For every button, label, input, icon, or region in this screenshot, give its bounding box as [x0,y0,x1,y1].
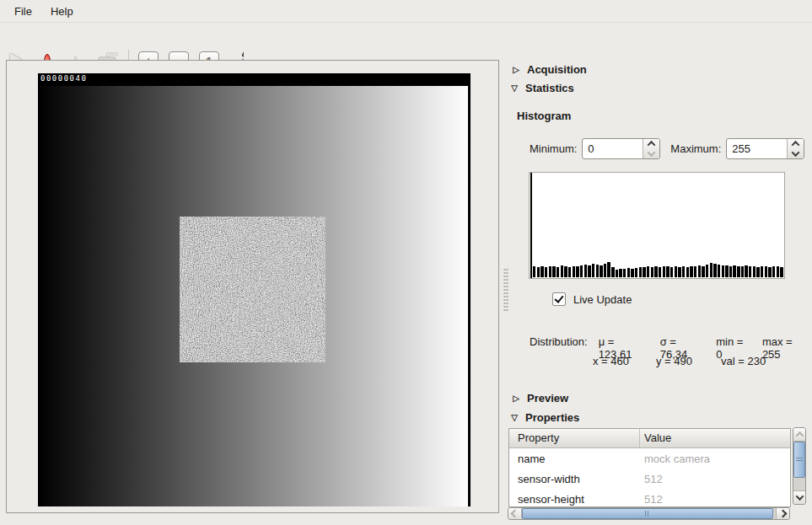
minimum-spin-down-button[interactable] [643,149,659,159]
toolbar: + − 1 [0,23,812,56]
histogram-zero-bin-spike [530,173,532,278]
expander-properties[interactable]: ▽ Properties [509,411,579,424]
camera-image[interactable]: 00000040 [38,73,471,506]
chevron-right-icon [779,510,788,518]
chevron-down-icon [792,148,800,157]
minimum-spin-up-button[interactable] [643,139,659,149]
properties-table-header: Property Value [509,429,790,448]
live-update-label: Live Update [573,293,632,306]
column-header-property[interactable]: Property [509,429,640,447]
live-update-row: Live Update [552,292,632,306]
expander-preview[interactable]: ▷ Preview [511,392,568,404]
minimum-spinbox[interactable] [582,138,660,159]
menu-help[interactable]: Help [41,2,83,21]
maximum-label: Maximum: [670,142,721,155]
chevron-left-icon [511,510,519,518]
minmax-row: Minimum: Maximum: [530,138,804,159]
expander-properties-label: Properties [525,411,579,424]
properties-vertical-scrollbar[interactable] [793,427,806,505]
expander-statistics-label: Statistics [525,82,574,94]
grip-icon [645,511,650,517]
histogram-title: Histogram [517,110,571,122]
minimum-input[interactable] [583,139,643,158]
chevron-right-icon: ▷ [511,65,521,74]
table-row[interactable]: sensor-height 512 [509,489,790,507]
cursor-x-value: x = 460 [593,355,629,367]
horizontal-scroll-thumb[interactable] [522,508,773,519]
cursor-pixel-value: val = 230 [721,355,766,367]
chevron-down-icon: ▽ [509,413,519,422]
chevron-down-icon [648,148,656,157]
maximum-input[interactable] [727,139,787,158]
minimum-label: Minimum: [530,142,577,155]
maximum-spin-down-button[interactable] [788,149,804,159]
table-row[interactable]: sensor-width 512 [509,469,790,489]
noise-pattern [180,217,325,362]
chevron-down-icon: ▽ [509,83,519,93]
maximum-spin-up-button[interactable] [788,139,804,149]
properties-table: Property Value name mock camera sensor-w… [508,428,791,507]
menu-file[interactable]: File [5,2,41,21]
paned-handle[interactable] [503,268,508,312]
column-header-value[interactable]: Value [640,429,671,447]
histogram-chart [529,172,785,279]
distribution-label: Distribution: [530,335,588,361]
expander-statistics[interactable]: ▽ Statistics [509,82,574,94]
checkmark-icon [554,293,563,303]
table-row[interactable]: name mock camera [509,448,790,469]
scroll-down-button[interactable] [793,490,805,504]
scroll-right-button[interactable] [776,508,789,519]
chevron-right-icon: ▷ [511,394,521,403]
expander-acquisition[interactable]: ▷ Acquisition [511,63,587,76]
frame-counter: 00000040 [38,73,471,86]
vertical-scroll-thumb[interactable] [793,442,805,478]
scroll-left-button[interactable] [508,508,522,519]
histogram-bars [533,262,783,277]
image-right-edge [468,73,471,506]
property-value-cell: mock camera [640,453,710,469]
chevron-up-icon [795,431,804,440]
property-name-cell: sensor-width [509,473,640,489]
menubar: File Help [0,0,812,23]
scroll-up-button[interactable] [793,428,805,442]
distribution-max: max = 255 [762,335,812,361]
chevron-down-icon [795,492,804,501]
expander-acquisition-label: Acquisition [527,63,587,76]
live-update-checkbox[interactable] [552,292,566,306]
expander-preview-label: Preview [527,392,568,404]
property-name-cell: sensor-height [509,493,640,507]
maximum-spinbox[interactable] [726,138,804,159]
viewer-frame: 00000040 [6,60,499,513]
property-value-cell: 512 [640,493,663,507]
property-name-cell: name [509,453,640,469]
grip-icon [796,458,803,463]
properties-horizontal-scrollbar[interactable] [508,507,790,520]
cursor-y-value: y = 490 [656,355,692,367]
property-value-cell: 512 [640,473,663,489]
